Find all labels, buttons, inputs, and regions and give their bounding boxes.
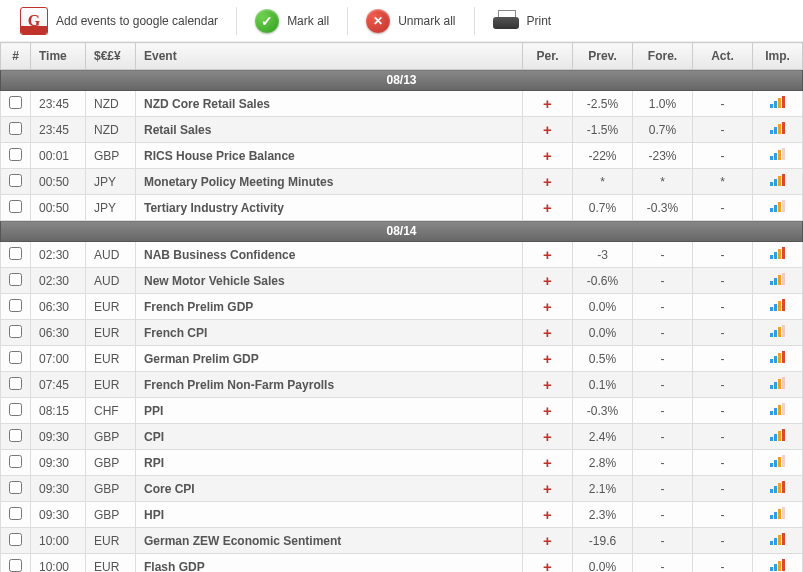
cell-currency: GBP xyxy=(86,450,136,476)
expand-icon[interactable]: + xyxy=(543,199,552,216)
row-checkbox[interactable] xyxy=(9,429,22,442)
importance-bars-icon xyxy=(770,533,785,545)
row-checkbox[interactable] xyxy=(9,96,22,109)
cell-prev: 0.7% xyxy=(573,195,633,221)
cell-event[interactable]: German Prelim GDP xyxy=(136,346,523,372)
cell-event[interactable]: HPI xyxy=(136,502,523,528)
expand-icon[interactable]: + xyxy=(543,454,552,471)
row-checkbox[interactable] xyxy=(9,148,22,161)
cell-event[interactable]: French Prelim Non-Farm Payrolls xyxy=(136,372,523,398)
importance-bars-icon xyxy=(770,481,785,493)
expand-icon[interactable]: + xyxy=(543,376,552,393)
col-prev: Prev. xyxy=(573,43,633,70)
row-checkbox[interactable] xyxy=(9,122,22,135)
cell-time: 10:00 xyxy=(31,528,86,554)
expand-icon[interactable]: + xyxy=(543,532,552,549)
cell-fore: - xyxy=(633,372,693,398)
cell-prev: * xyxy=(573,169,633,195)
cell-event[interactable]: German ZEW Economic Sentiment xyxy=(136,528,523,554)
row-checkbox[interactable] xyxy=(9,299,22,312)
cell-time: 07:00 xyxy=(31,346,86,372)
col-fore: Fore. xyxy=(633,43,693,70)
separator xyxy=(347,7,348,35)
expand-icon[interactable]: + xyxy=(543,246,552,263)
expand-icon[interactable]: + xyxy=(543,121,552,138)
row-checkbox[interactable] xyxy=(9,481,22,494)
check-circle-icon xyxy=(255,9,279,33)
row-checkbox[interactable] xyxy=(9,559,22,572)
importance-bars-icon xyxy=(770,122,785,134)
expand-icon[interactable]: + xyxy=(543,558,552,572)
cell-event[interactable]: Retail Sales xyxy=(136,117,523,143)
cell-prev: 2.3% xyxy=(573,502,633,528)
cell-currency: GBP xyxy=(86,502,136,528)
cell-event[interactable]: New Motor Vehicle Sales xyxy=(136,268,523,294)
cell-prev: -19.6 xyxy=(573,528,633,554)
row-checkbox[interactable] xyxy=(9,455,22,468)
cell-currency: EUR xyxy=(86,320,136,346)
table-row: 00:01GBPRICS House Price Balance+-22%-23… xyxy=(1,143,803,169)
events-table: # Time $€£¥ Event Per. Prev. Fore. Act. … xyxy=(0,42,803,572)
row-checkbox[interactable] xyxy=(9,351,22,364)
cell-act: * xyxy=(693,169,753,195)
cell-fore: - xyxy=(633,268,693,294)
cell-event[interactable]: RPI xyxy=(136,450,523,476)
cell-event[interactable]: French CPI xyxy=(136,320,523,346)
col-time: Time xyxy=(31,43,86,70)
cell-event[interactable]: PPI xyxy=(136,398,523,424)
cell-currency: GBP xyxy=(86,476,136,502)
mark-all-button[interactable]: Mark all xyxy=(245,9,339,33)
cell-time: 10:00 xyxy=(31,554,86,573)
cell-event[interactable]: French Prelim GDP xyxy=(136,294,523,320)
print-label: Print xyxy=(527,14,552,28)
unmark-all-button[interactable]: Unmark all xyxy=(356,9,465,33)
cell-event[interactable]: Monetary Policy Meeting Minutes xyxy=(136,169,523,195)
cell-time: 02:30 xyxy=(31,268,86,294)
cell-act: - xyxy=(693,294,753,320)
cell-prev: -0.6% xyxy=(573,268,633,294)
expand-icon[interactable]: + xyxy=(543,173,552,190)
cell-currency: EUR xyxy=(86,294,136,320)
row-checkbox[interactable] xyxy=(9,174,22,187)
row-checkbox[interactable] xyxy=(9,507,22,520)
cell-event[interactable]: NZD Core Retail Sales xyxy=(136,91,523,117)
row-checkbox[interactable] xyxy=(9,377,22,390)
expand-icon[interactable]: + xyxy=(543,95,552,112)
cell-time: 09:30 xyxy=(31,502,86,528)
expand-icon[interactable]: + xyxy=(543,506,552,523)
row-checkbox[interactable] xyxy=(9,200,22,213)
print-button[interactable]: Print xyxy=(483,10,562,32)
cell-event[interactable]: CPI xyxy=(136,424,523,450)
cell-event[interactable]: Flash GDP xyxy=(136,554,523,573)
row-checkbox[interactable] xyxy=(9,533,22,546)
cell-event[interactable]: NAB Business Confidence xyxy=(136,242,523,268)
cell-act: - xyxy=(693,268,753,294)
cell-fore: * xyxy=(633,169,693,195)
cell-act: - xyxy=(693,372,753,398)
row-checkbox[interactable] xyxy=(9,247,22,260)
cell-fore: - xyxy=(633,424,693,450)
importance-bars-icon xyxy=(770,351,785,363)
importance-bars-icon xyxy=(770,174,785,186)
expand-icon[interactable]: + xyxy=(543,350,552,367)
expand-icon[interactable]: + xyxy=(543,324,552,341)
cell-event[interactable]: RICS House Price Balance xyxy=(136,143,523,169)
table-row: 02:30AUDNew Motor Vehicle Sales+-0.6%-- xyxy=(1,268,803,294)
table-row: 09:30GBPHPI+2.3%-- xyxy=(1,502,803,528)
row-checkbox[interactable] xyxy=(9,273,22,286)
expand-icon[interactable]: + xyxy=(543,147,552,164)
row-checkbox[interactable] xyxy=(9,325,22,338)
cell-event[interactable]: Core CPI xyxy=(136,476,523,502)
expand-icon[interactable]: + xyxy=(543,298,552,315)
row-checkbox[interactable] xyxy=(9,403,22,416)
add-to-google-button[interactable]: Add events to google calendar xyxy=(10,7,228,35)
expand-icon[interactable]: + xyxy=(543,272,552,289)
cell-currency: AUD xyxy=(86,268,136,294)
cell-event[interactable]: Tertiary Industry Activity xyxy=(136,195,523,221)
importance-bars-icon xyxy=(770,325,785,337)
table-row: 10:00EURGerman ZEW Economic Sentiment+-1… xyxy=(1,528,803,554)
expand-icon[interactable]: + xyxy=(543,402,552,419)
cell-act: - xyxy=(693,502,753,528)
expand-icon[interactable]: + xyxy=(543,480,552,497)
expand-icon[interactable]: + xyxy=(543,428,552,445)
